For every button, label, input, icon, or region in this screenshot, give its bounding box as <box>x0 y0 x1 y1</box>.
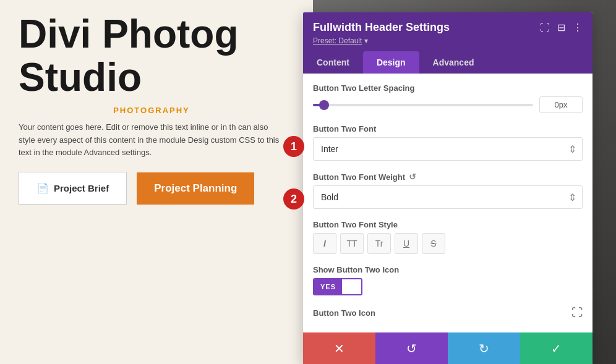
page-content: Divi Photog Studio PHOTOGRAPHY Your cont… <box>0 0 303 364</box>
more-icon[interactable]: ⋮ <box>573 22 583 33</box>
font-field: Button Two Font Inter ⇕ <box>313 124 583 161</box>
font-weight-label: Button Two Font Weight ↺ <box>313 172 583 182</box>
panel-header-top: Fullwidth Header Settings ⛶ ⊟ ⋮ <box>313 21 583 34</box>
button-icon-expand-icon[interactable]: ⛶ <box>571 307 583 320</box>
font-select-wrapper: Inter ⇕ <box>313 137 583 161</box>
toggle-no-option[interactable] <box>342 283 361 290</box>
panel-body: Button Two Letter Spacing Button Two Fon… <box>303 74 592 332</box>
cancel-button[interactable]: ✕ <box>303 332 375 364</box>
font-weight-select[interactable]: Bold <box>313 185 583 209</box>
font-weight-reset-icon[interactable]: ↺ <box>409 172 416 182</box>
slider-value-input[interactable] <box>539 96 583 113</box>
font-weight-field: Button Two Font Weight ↺ Bold ⇕ <box>313 172 583 209</box>
cta-buttons-row: 📄 Project Brief Project Planning <box>19 172 284 205</box>
capitalize-button[interactable]: Tr <box>367 233 391 254</box>
tab-content[interactable]: Content <box>303 51 363 74</box>
tab-design[interactable]: Design <box>363 51 419 74</box>
split-icon[interactable]: ⊟ <box>557 22 565 33</box>
font-weight-select-wrapper: Bold ⇕ <box>313 185 583 209</box>
project-brief-button[interactable]: 📄 Project Brief <box>19 172 127 205</box>
italic-button[interactable]: I <box>313 233 336 254</box>
letter-spacing-label: Button Two Letter Spacing <box>313 83 583 93</box>
panel-tabs: Content Design Advanced <box>303 51 592 74</box>
show-icon-toggle-row: Show Button Two Icon YES <box>313 265 583 295</box>
toggle-yes-option[interactable]: YES <box>314 279 342 294</box>
tab-advanced[interactable]: Advanced <box>419 51 488 74</box>
font-label: Button Two Font <box>313 124 583 133</box>
reset-button[interactable]: ↺ <box>375 332 448 364</box>
font-select[interactable]: Inter <box>313 137 583 161</box>
doc-icon: 📄 <box>36 182 49 194</box>
page-body-text: Your content goes here. Edit or remove t… <box>19 121 284 159</box>
panel-title: Fullwidth Header Settings <box>313 21 450 34</box>
yes-no-toggle[interactable]: YES <box>313 278 362 295</box>
panel-preset[interactable]: Preset: Default ▾ <box>313 36 583 45</box>
expand-icon[interactable]: ⛶ <box>540 22 550 33</box>
redo-button[interactable]: ↻ <box>448 332 520 364</box>
panel-header: Fullwidth Header Settings ⛶ ⊟ ⋮ Preset: … <box>303 12 592 51</box>
show-icon-label: Show Button Two Icon <box>313 265 583 274</box>
project-planning-button[interactable]: Project Planning <box>137 172 254 205</box>
button-icon-label-row: Button Two Icon ⛶ <box>313 307 583 320</box>
slider-thumb[interactable] <box>319 100 329 110</box>
font-style-buttons: I TT Tr U S <box>313 233 583 254</box>
panel-header-icons: ⛶ ⊟ ⋮ <box>540 22 583 33</box>
page-subtitle: PHOTOGRAPHY <box>19 106 284 115</box>
panel-footer: ✕ ↺ ↻ ✓ <box>303 332 592 364</box>
save-button[interactable]: ✓ <box>520 332 592 364</box>
strikethrough-button[interactable]: S <box>422 233 445 254</box>
letter-spacing-section: Button Two Letter Spacing <box>313 83 583 113</box>
settings-panel: Fullwidth Header Settings ⛶ ⊟ ⋮ Preset: … <box>303 12 592 364</box>
letter-spacing-slider-row <box>313 96 583 113</box>
step-badge-1: 1 <box>283 136 304 157</box>
font-style-label: Button Two Font Style <box>313 220 583 229</box>
slider-track[interactable] <box>313 104 533 106</box>
step-badge-2: 2 <box>283 188 304 210</box>
page-title: Divi Photog Studio <box>19 12 284 99</box>
underline-button[interactable]: U <box>395 233 418 254</box>
uppercase-button[interactable]: TT <box>340 233 364 254</box>
font-style-field: Button Two Font Style I TT Tr U S <box>313 220 583 254</box>
button-icon-field: Button Two Icon ⛶ <box>313 307 583 320</box>
